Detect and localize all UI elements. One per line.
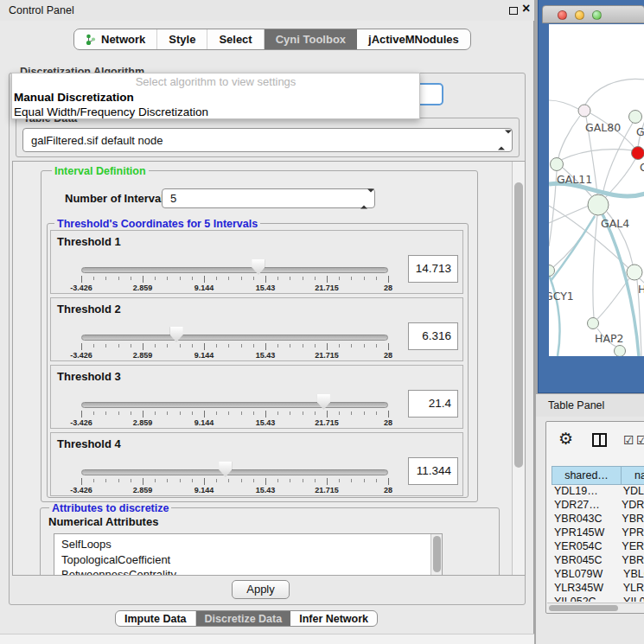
table-cell[interactable]: YDR2 <box>615 499 644 513</box>
split-column-icon[interactable] <box>592 433 607 447</box>
threshold-slider[interactable]: -3.4262.8599.14415.4321.71528 <box>81 231 388 295</box>
tab-infer-network[interactable]: Infer Network <box>290 611 377 626</box>
popup-item-equal-width-frequency[interactable]: Equal Width/Frequency Discretization <box>12 105 419 119</box>
threshold-row: Threshold 1-3.4262.8599.14415.4321.71528… <box>50 230 463 294</box>
slider-tick-label: 9.144 <box>194 486 214 494</box>
gear-icon[interactable]: ⚙ <box>558 429 573 449</box>
threshold-value-field[interactable]: 14.713 <box>408 255 458 283</box>
table-cell[interactable]: YBL0 <box>617 568 644 582</box>
table-cell[interactable]: YPR145W <box>552 526 615 540</box>
table-cell[interactable]: YDR27… <box>552 499 615 513</box>
mac-minimize-icon[interactable] <box>575 10 584 20</box>
table-row[interactable]: YDL19…YDL1 <box>552 485 644 499</box>
float-window-icon[interactable] <box>509 7 518 15</box>
threshold-value-field[interactable]: 11.344 <box>408 457 458 485</box>
checkbox-checked-icon[interactable]: ☑ <box>636 433 644 447</box>
table-cell[interactable]: YLR345W <box>552 582 617 596</box>
network-node-hap2[interactable] <box>588 318 599 329</box>
slider-tick-label: 15.43 <box>256 418 276 427</box>
table-row[interactable]: YIL052CYIL0 <box>552 596 644 602</box>
table-header-row: shared… na <box>552 466 644 485</box>
table-cell[interactable]: YDL19… <box>552 485 617 499</box>
slider-tick <box>376 344 377 348</box>
slider-tick-label: -3.426 <box>70 418 92 427</box>
slider-tick <box>277 479 278 482</box>
slider-tick <box>303 479 303 482</box>
threshold-slider[interactable]: -3.4262.8599.14415.4321.71528 <box>81 433 388 497</box>
tab-impute-data[interactable]: Impute Data <box>116 611 196 626</box>
network-node[interactable] <box>615 346 626 357</box>
table-cell[interactable]: YPR1 <box>615 526 644 540</box>
tab-cyni-toolbox[interactable]: Cyni Toolbox <box>265 29 357 49</box>
slider-tick <box>192 411 193 415</box>
slider-tick <box>155 344 156 348</box>
threshold-slider[interactable]: -3.4262.8599.14415.4321.71528 <box>81 366 388 430</box>
threshold-value-field[interactable]: 21.4 <box>408 390 458 418</box>
tab-discretize-data[interactable]: Discretize Data <box>196 611 291 626</box>
tab-network[interactable]: Network <box>74 29 157 49</box>
network-node-gal11[interactable] <box>551 158 564 171</box>
numerical-attributes-label: Numerical Attributes <box>48 515 158 528</box>
slider-track[interactable] <box>81 335 388 341</box>
apply-button[interactable]: Apply <box>232 580 290 599</box>
threshold-value-field[interactable]: 6.316 <box>408 322 458 350</box>
list-scrollbar[interactable] <box>430 534 442 576</box>
slider-track[interactable] <box>81 267 388 273</box>
panel-scrollbar[interactable] <box>512 162 525 575</box>
attribute-item-topologicalcoefficient[interactable]: TopologicalCoefficient <box>54 552 442 568</box>
threshold-slider[interactable]: -3.4262.8599.14415.4321.71528 <box>81 298 388 362</box>
network-node-gal80[interactable] <box>578 105 590 117</box>
attribute-item-betweennesscentrality[interactable]: BetweennessCentrality <box>54 567 442 576</box>
numerical-attributes-list[interactable]: SelfLoopsTopologicalCoefficientBetweenne… <box>54 533 443 576</box>
network-node-c[interactable] <box>632 147 644 160</box>
tab-style[interactable]: Style <box>157 29 207 49</box>
network-canvas[interactable]: GAL80GACGAL11GAL4GCY1HHAP2 <box>549 24 644 356</box>
slider-track[interactable] <box>81 402 388 408</box>
table-cell[interactable]: YBR0 <box>615 513 644 526</box>
slider-tick <box>192 479 193 482</box>
table-row[interactable]: YER054CYER0 <box>552 540 644 554</box>
tab-jactivemnodules[interactable]: jActiveMNodules <box>357 29 470 49</box>
slider-tick <box>131 479 131 482</box>
table-cell[interactable]: YBL079W <box>552 568 617 582</box>
table-cell[interactable]: YBR043C <box>552 513 615 526</box>
table-cell[interactable]: YLR3 <box>617 582 644 596</box>
attribute-item-selfloops[interactable]: SelfLoops <box>54 537 442 552</box>
table-row[interactable]: YBR045CYBR0 <box>552 554 644 568</box>
popup-placeholder-item[interactable]: Select algorithm to view settings <box>12 73 419 90</box>
tab-select[interactable]: Select <box>207 29 264 49</box>
number-of-intervals-combobox[interactable]: 5 <box>162 188 375 208</box>
table-row[interactable]: YLR345WYLR3 <box>552 582 644 596</box>
table-cell[interactable]: YIL052C <box>552 596 617 602</box>
table-cell[interactable]: YBR0 <box>615 554 644 568</box>
slider-track[interactable] <box>81 469 388 475</box>
table-cell[interactable]: YBR045C <box>552 554 615 568</box>
table-hscrollbar[interactable] <box>547 603 644 613</box>
table-cell[interactable]: YDL1 <box>617 485 644 499</box>
table-cell[interactable]: YER054C <box>552 540 615 554</box>
table-panel-titlebar: Table Panel <box>536 394 644 417</box>
close-icon[interactable]: × <box>522 1 530 16</box>
table-row[interactable]: YBR043CYBR0 <box>552 513 644 526</box>
checkbox-checked-icon[interactable]: ☑ <box>623 433 634 447</box>
mac-close-icon[interactable] <box>558 10 567 20</box>
table-row[interactable]: YPR145WYPR1 <box>552 526 644 540</box>
table-cell[interactable]: YIL0 <box>617 596 644 602</box>
network-node-ga[interactable] <box>629 111 642 124</box>
popup-item-manual-discretization[interactable]: Manual Discretization <box>12 90 419 105</box>
network-node-gal4[interactable] <box>588 194 609 215</box>
table-cell[interactable]: YER0 <box>615 540 644 554</box>
table-data-combobox[interactable]: galFiltered.sif default node <box>22 128 513 152</box>
network-node-h[interactable] <box>627 265 642 280</box>
network-edge <box>549 100 578 109</box>
network-window-titlebar[interactable] <box>542 5 644 23</box>
mac-zoom-icon[interactable] <box>592 10 602 20</box>
table-row[interactable]: YDR27…YDR2 <box>552 499 644 513</box>
table-row[interactable]: YBL079WYBL0 <box>552 568 644 582</box>
network-edge <box>593 215 597 318</box>
slider-tick <box>204 343 205 350</box>
slider-tick <box>265 411 266 418</box>
slider-tick <box>192 277 193 280</box>
column-header-shared[interactable]: shared… <box>552 466 622 485</box>
column-header-name[interactable]: na <box>622 466 644 485</box>
